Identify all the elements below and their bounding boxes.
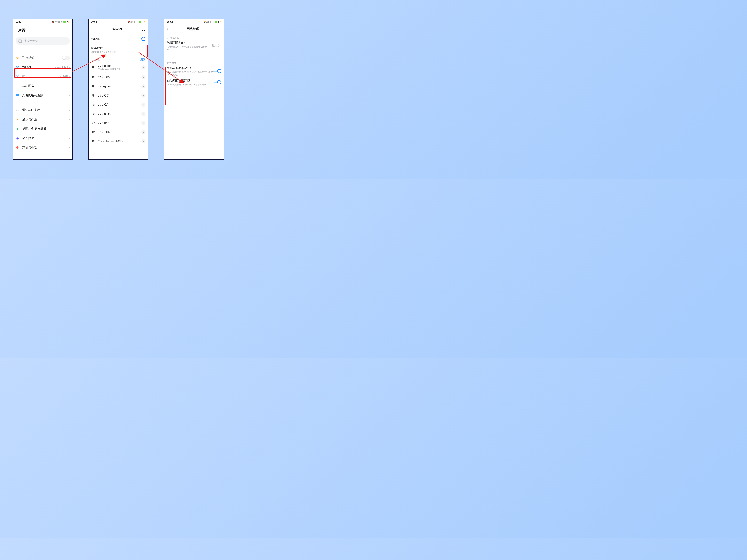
wifi-icon	[16, 65, 20, 69]
title-accent	[16, 28, 16, 33]
wifi-icon	[91, 121, 95, 125]
toggle-airplane[interactable]	[62, 56, 70, 60]
network-details-button[interactable]: ›	[141, 75, 146, 79]
hd-icon: ▣	[58, 21, 60, 23]
network-details-button[interactable]: ›	[141, 121, 146, 125]
network-label-group: vivo-free	[98, 121, 141, 125]
signal-icon	[16, 84, 20, 88]
charging-icon: ⚡	[144, 21, 146, 23]
network-label-group: vivo-guest	[98, 85, 141, 88]
search-input[interactable]: 搜索设置项	[16, 37, 70, 45]
network-list: vivo-global已连接（点击可快速分享）›O1-3F05›vivo-gue…	[88, 62, 148, 146]
airplane-icon: ✈	[16, 56, 20, 60]
page-title: WLAN	[112, 27, 122, 31]
row-smart-wlan[interactable]: 智能选择最佳WLAN 对WLAN网络质量进行检测，智能选择并连接最佳的WLAN网…	[164, 65, 224, 77]
network-name: O1-3F06	[98, 131, 141, 134]
row-data-network-accel[interactable]: 数据网络加速 网络质量差时，同时使用移动数据网络进行加速。 已关闭 ›	[164, 40, 224, 51]
row-mobile-network[interactable]: 移动网络 ›	[13, 81, 73, 90]
network-details-button[interactable]: ›	[141, 130, 146, 134]
row-other-connections[interactable]: 其他网络与连接 ›	[13, 90, 73, 100]
status-bar: 10:52 🔕 5.30KB/s ▣ ⚡	[164, 19, 224, 24]
chevron-right-icon: ›	[69, 65, 70, 69]
back-button[interactable]: ‹	[91, 27, 93, 31]
chevron-right-icon: ›	[145, 48, 146, 52]
network-name: vivo-global	[98, 64, 141, 68]
network-details-button[interactable]: ›	[141, 84, 146, 88]
row-wlan[interactable]: WLAN vivo-global ›	[13, 62, 73, 72]
label: 通知与状态栏	[22, 108, 69, 112]
row-sound-vibration[interactable]: 声音与振动 ›	[13, 143, 73, 152]
network-details-button[interactable]: ›	[141, 139, 146, 143]
page-title: 网络助理	[186, 27, 199, 31]
svg-rect-0	[16, 86, 17, 87]
row-auto-switch-data[interactable]: 自动切换数据网络 WLAN网络信号差时自动切换至移动数据网络。	[164, 77, 224, 88]
clock: 10:52	[16, 21, 21, 23]
network-name: vivo-free	[98, 121, 141, 125]
wifi-icon	[212, 21, 214, 23]
network-item[interactable]: vivo-QC›	[88, 91, 148, 100]
label: 移动网络	[22, 84, 69, 88]
row-network-assistant[interactable]: 网络助理 多网络加速与切换网络设置 ›	[88, 44, 148, 55]
network-item[interactable]: vivo-guest›	[88, 82, 148, 91]
network-details-button[interactable]: ›	[141, 94, 146, 98]
chevron-right-icon: ›	[221, 44, 221, 47]
chevron-right-icon: ›	[69, 118, 70, 121]
page-title-bar: 设置	[13, 24, 73, 35]
row-display[interactable]: ● 显示与亮度 ›	[13, 115, 73, 124]
sublabel: 网络质量差时，同时使用移动数据网络进行加速。	[167, 45, 211, 51]
row-dynamic-effects[interactable]: ◆ 动态效果 ›	[13, 133, 73, 143]
network-item[interactable]: vivo-free›	[88, 118, 148, 128]
scan-qr-button[interactable]	[142, 27, 146, 31]
network-label-group: ClickShare-O1-3F-05	[98, 140, 141, 143]
notification-icon: ▭	[16, 108, 20, 112]
network-item[interactable]: O1-3F06›	[88, 128, 148, 137]
chevron-right-icon: ›	[69, 94, 70, 97]
network-label-group: vivo-CA	[98, 103, 141, 106]
network-details-button[interactable]: ›	[141, 112, 146, 116]
network-details-button[interactable]: ›	[141, 103, 146, 107]
wifi-icon	[91, 84, 95, 88]
refresh-button[interactable]: 刷新	[140, 58, 146, 61]
network-item[interactable]: vivo-CA›	[88, 100, 148, 109]
label: 自动切换数据网络	[167, 79, 217, 83]
screen-wlan: 10:52 🔕 6.00KB/s ▣ ⚡ ‹ WLAN WLAN 网络助理 多网…	[88, 19, 149, 160]
chevron-right-icon: ›	[69, 136, 70, 140]
section-switch-network: 切换网络	[164, 59, 224, 65]
network-name: vivo-CA	[98, 103, 141, 106]
network-label-group: vivo-office	[98, 112, 141, 115]
value: vivo-global	[55, 66, 68, 69]
row-home-lock-wallpaper[interactable]: ▲ 桌面、锁屏与壁纸 ›	[13, 124, 73, 133]
row-airplane-mode[interactable]: ✈ 飞行模式	[13, 53, 73, 62]
sublabel: WLAN网络信号差时自动切换至移动数据网络。	[167, 83, 217, 86]
network-item[interactable]: O1-3F05›	[88, 73, 148, 82]
row-notifications[interactable]: ▭ 通知与状态栏 ›	[13, 105, 73, 115]
screen-network-assistant: 10:52 🔕 5.30KB/s ▣ ⚡ ‹ 网络助理 多网络加速 数据网络加速…	[164, 19, 224, 160]
status-right: 🔕 5.30KB/s ▣ ⚡	[204, 21, 221, 23]
network-details-button[interactable]: ›	[141, 65, 146, 70]
svg-point-5	[17, 94, 20, 96]
label: 飞行模式	[22, 56, 62, 60]
label: 多网络加速	[167, 36, 179, 39]
status-right: 🔕 5.40KB/s ▣ ⚡	[52, 21, 70, 23]
bluetooth-icon	[16, 75, 20, 79]
toggle-wlan[interactable]	[141, 37, 146, 41]
label: 可用网络	[91, 58, 101, 61]
section-multi-network: 多网络加速	[164, 33, 224, 40]
network-item[interactable]: ClickShare-O1-3F-05›	[88, 137, 148, 146]
header: ‹ 网络助理	[164, 24, 224, 33]
label: 切换网络	[167, 61, 177, 65]
label: 显示与亮度	[22, 117, 69, 122]
row-bluetooth[interactable]: 蓝牙 已关闭 ›	[13, 72, 73, 81]
battery-icon	[139, 21, 143, 23]
toggle-auto-switch[interactable]	[217, 80, 221, 84]
header: ‹ WLAN	[88, 24, 148, 33]
network-item[interactable]: vivo-office›	[88, 109, 148, 118]
toggle-smart-wlan[interactable]	[217, 69, 221, 73]
charging-icon: ⚡	[219, 21, 221, 23]
row-wlan-toggle[interactable]: WLAN	[88, 33, 148, 44]
network-label-group: vivo-QC	[98, 94, 141, 97]
network-item[interactable]: vivo-global已连接（点击可快速分享）›	[88, 62, 148, 73]
search-placeholder: 搜索设置项	[24, 39, 38, 43]
back-button[interactable]: ‹	[167, 27, 168, 31]
wifi-icon	[91, 75, 95, 79]
